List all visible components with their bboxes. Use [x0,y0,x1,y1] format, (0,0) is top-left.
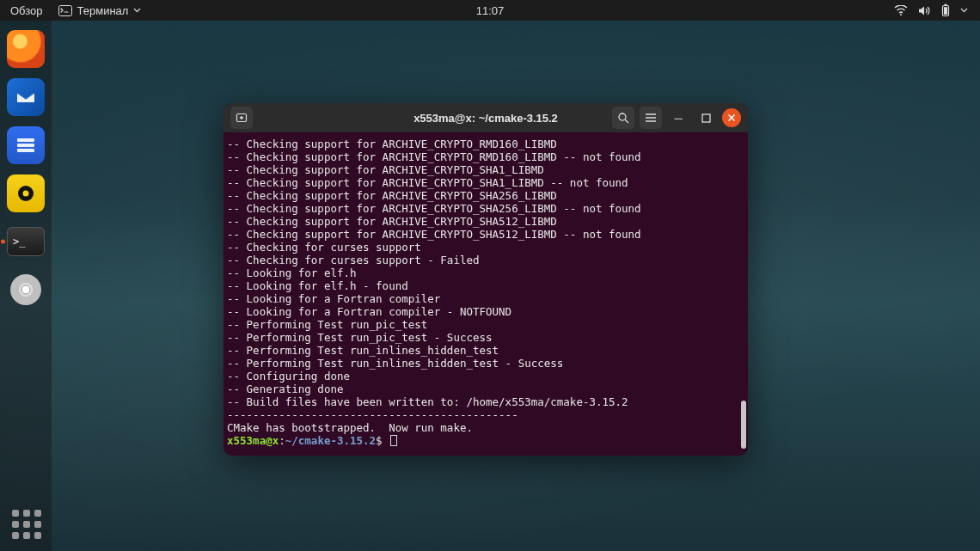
svg-rect-13 [702,114,710,122]
activities-button[interactable]: Обзор [10,4,43,17]
svg-rect-5 [17,138,34,142]
disk-icon [10,274,41,305]
clock[interactable]: 11:07 [476,4,505,17]
svg-rect-3 [945,4,947,6]
dock: >_ [0,21,52,551]
prompt-user: x553ma@x [227,434,279,447]
minimize-icon: ─ [674,113,682,124]
window-titlebar[interactable]: x553ma@x: ~/cmake-3.15.2 ─ [224,103,748,132]
dock-item-terminal[interactable]: >_ [6,222,46,261]
clock-time: 11:07 [476,4,505,17]
dock-item-files[interactable] [6,126,46,165]
svg-rect-6 [17,144,34,147]
activities-label: Обзор [10,4,43,17]
svg-point-9 [23,191,29,197]
dock-item-firefox[interactable] [6,29,46,69]
thunderbird-icon [7,78,45,116]
app-menu-label: Терминал [77,4,129,17]
volume-icon [918,5,931,16]
new-tab-button[interactable] [230,107,253,129]
hamburger-icon [645,113,657,123]
svg-rect-4 [944,7,947,15]
search-icon [617,112,629,124]
network-icon [894,5,908,15]
close-button[interactable] [722,108,741,127]
terminal-window: x553ma@x: ~/cmake-3.15.2 ─ -- Checking s… [224,103,748,456]
chevron-down-icon [960,8,968,13]
chevron-down-icon [133,8,141,13]
rhythmbox-icon [7,174,45,212]
svg-point-12 [619,113,626,120]
battery-icon [941,3,950,17]
dock-item-rhythmbox[interactable] [6,174,46,213]
svg-point-10 [21,285,30,294]
minimize-button[interactable]: ─ [667,107,689,129]
cursor [390,435,397,446]
terminal-icon: >_ [7,227,45,256]
prompt-path: ~/cmake-3.15.2 [285,434,376,447]
close-icon [727,113,736,122]
system-status-area[interactable] [894,3,980,17]
scrollbar-thumb[interactable] [741,401,746,449]
svg-rect-0 [58,5,71,15]
maximize-icon [701,113,711,123]
maximize-button[interactable] [695,107,717,129]
dock-item-thunderbird[interactable] [6,77,46,117]
app-menu-button[interactable]: Терминал [58,4,142,17]
hamburger-menu-button[interactable] [640,107,662,129]
firefox-icon [7,30,45,68]
dock-item-disk[interactable] [6,270,46,309]
search-button[interactable] [612,107,634,129]
svg-point-1 [900,14,902,15]
files-icon [7,126,45,164]
window-title: x553ma@x: ~/cmake-3.15.2 [413,112,558,125]
terminal-output[interactable]: -- Checking support for ARCHIVE_CRYPTO_R… [224,132,748,456]
terminal-menu-icon [58,5,72,16]
svg-rect-7 [17,149,34,152]
prompt-sigil: $ [376,434,383,447]
top-panel: Обзор Терминал 11:07 [0,0,980,21]
